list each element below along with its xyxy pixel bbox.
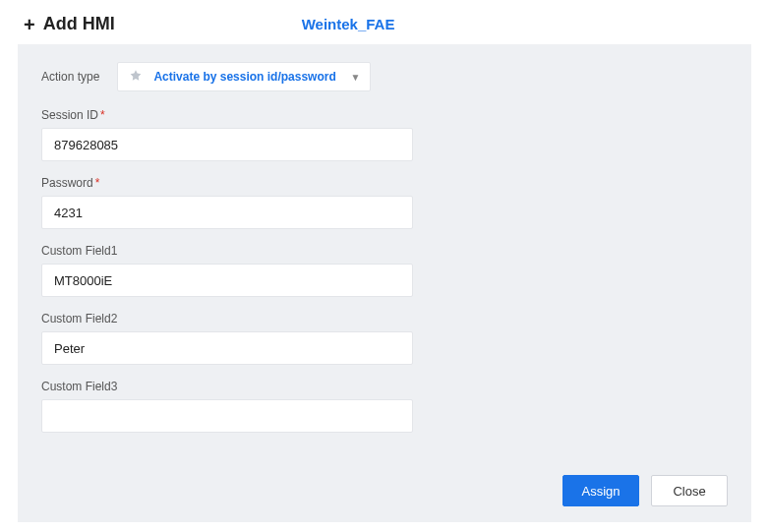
custom2-input[interactable] bbox=[41, 331, 413, 365]
assign-button[interactable]: Assign bbox=[562, 475, 639, 506]
session-id-label-text: Session ID bbox=[41, 108, 98, 122]
action-type-label: Action type bbox=[41, 70, 99, 84]
custom1-group: Custom Field1 bbox=[41, 241, 728, 297]
session-id-input[interactable] bbox=[41, 128, 413, 161]
custom2-label: Custom Field2 bbox=[41, 312, 117, 325]
handshake-icon bbox=[128, 69, 144, 85]
caret-down-icon: ▼ bbox=[350, 72, 360, 83]
custom3-label: Custom Field3 bbox=[41, 380, 117, 393]
action-type-select[interactable]: Activate by session id/password ▼ bbox=[117, 62, 371, 91]
domain-label: Weintek_FAE bbox=[302, 16, 395, 32]
session-id-label: Session ID* bbox=[41, 108, 105, 122]
password-input[interactable] bbox=[41, 196, 413, 229]
dialog-header: + Add HMI Weintek_FAE bbox=[0, 0, 769, 44]
action-type-value: Activate by session id/password bbox=[153, 70, 350, 84]
custom2-group: Custom Field2 bbox=[41, 309, 728, 365]
password-group: Password* bbox=[41, 173, 728, 229]
action-type-row: Action type Activate by session id/passw… bbox=[41, 62, 728, 91]
plus-icon: + bbox=[24, 15, 35, 34]
custom3-group: Custom Field3 bbox=[41, 377, 728, 433]
required-marker: * bbox=[95, 176, 100, 190]
form-panel: Action type Activate by session id/passw… bbox=[18, 44, 751, 522]
dialog-title: Add HMI bbox=[43, 14, 115, 34]
custom1-input[interactable] bbox=[41, 264, 413, 297]
password-label-text: Password bbox=[41, 176, 93, 190]
close-button[interactable]: Close bbox=[651, 475, 728, 506]
button-row: Assign Close bbox=[562, 475, 728, 506]
password-label: Password* bbox=[41, 176, 99, 190]
custom1-label: Custom Field1 bbox=[41, 244, 117, 258]
session-id-group: Session ID* bbox=[41, 105, 728, 161]
required-marker: * bbox=[100, 108, 105, 122]
custom3-input[interactable] bbox=[41, 399, 413, 433]
